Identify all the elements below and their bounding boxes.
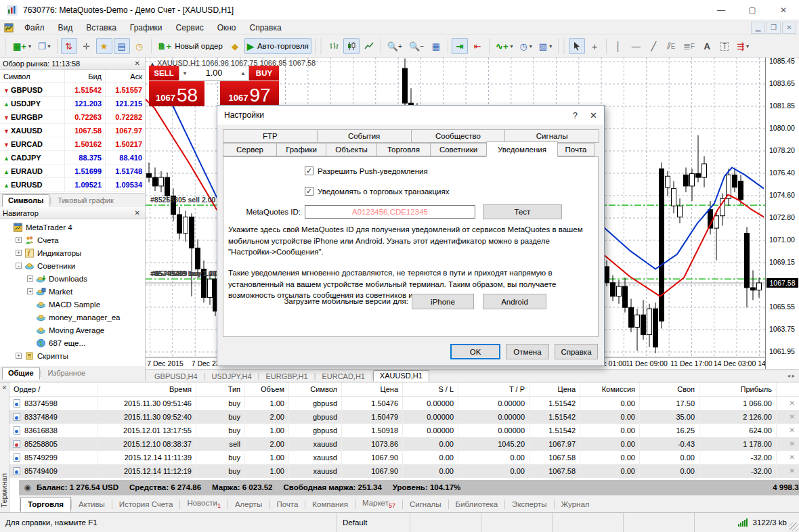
terminal-tab-Алерты[interactable]: Алерты [228, 497, 269, 511]
profiles-button[interactable]: ❐▾ [35, 38, 53, 54]
chart-shift-button[interactable]: ⇤ [469, 38, 485, 54]
menu-Графики[interactable]: Графики [123, 20, 169, 35]
close-order-icon[interactable]: ✕ [776, 410, 799, 424]
trade-transactions-checkbox[interactable]: ✓ Уведомлять о торговых транзакциях [305, 187, 449, 196]
tree-item-MetaTrader 4[interactable]: MetaTrader 4 [0, 221, 145, 234]
close-order-icon[interactable]: ✕ [776, 424, 799, 437]
market-watch-toggle-button[interactable]: ⇅ [61, 38, 77, 54]
autotrading-button[interactable]: ▶Авто-торговля [244, 38, 311, 54]
arrows-tool-button[interactable]: ⇶▾ [734, 38, 752, 54]
line-chart-type-button[interactable] [361, 38, 377, 54]
market-watch-tab-1[interactable]: Тиковый график [51, 194, 120, 207]
terminal-tab-Активы[interactable]: Активы [72, 497, 112, 511]
menu-Справка[interactable]: Справка [243, 20, 288, 35]
hline-tool-button[interactable]: — [628, 38, 644, 54]
order-row[interactable]: 833745982015.11.30 09:51:46buy1.00gbpusd… [9, 397, 799, 410]
channel-tool-button[interactable]: ⫽E [663, 38, 679, 54]
profile-selector[interactable]: Default [337, 513, 410, 532]
terminal-tab-Новости[interactable]: Новости1 [180, 496, 228, 512]
price-axis[interactable]: 1085.451083.651081.851080.001078.201076.… [765, 58, 799, 369]
market-watch-close-icon[interactable]: ✕ [133, 60, 142, 67]
chart-tab-EURGBP,H1[interactable]: EURGBP,H1 [259, 372, 314, 382]
volume-value[interactable]: 1.00 [190, 68, 238, 78]
terminal-tab-Журнал[interactable]: Журнал [555, 497, 597, 511]
chart-tab-XAUUSD,H1[interactable]: XAUUSD,H1 [373, 370, 429, 382]
push-notifications-checkbox[interactable]: ✓ Разрешить Push-уведомления [305, 167, 428, 175]
help-button[interactable]: Справка [555, 344, 598, 359]
buy-price[interactable]: 106797 [220, 81, 279, 106]
dialog-tab-FTP[interactable]: FTP [223, 129, 318, 143]
checkbox-checked-icon[interactable]: ✓ [305, 167, 314, 175]
dialog-tab-Графики[interactable]: Графики [276, 143, 326, 156]
navigator-tab-1[interactable]: Избранное [41, 367, 91, 380]
minimize-button[interactable]: — [706, 0, 737, 20]
market-watch-row[interactable]: ▲EURUSD 1.09521 1.09534 [0, 178, 145, 192]
dialog-tab-Сигналы[interactable]: Сигналы [504, 129, 599, 143]
indicators-button[interactable]: ∿+▾ [493, 38, 516, 54]
zoom-out-button[interactable]: 🔍− [406, 38, 427, 54]
market-watch-tab-0[interactable]: Символы [2, 194, 49, 207]
menu-Файл[interactable]: Файл [18, 20, 51, 35]
tile-windows-button[interactable]: ▦ [428, 38, 444, 54]
terminal-tab-Библиотека[interactable]: Библиотека [449, 497, 505, 511]
order-row[interactable]: 852588052015.12.10 08:38:37sell2.00xauus… [9, 437, 799, 451]
close-button[interactable]: ✕ [768, 0, 799, 20]
dialog-tab-Почта[interactable]: Почта [557, 143, 595, 156]
cursor-tool-button[interactable] [569, 38, 585, 54]
terminal-tab-Сигналы[interactable]: Сигналы [403, 497, 448, 511]
bar-chart-type-button[interactable] [326, 38, 342, 54]
menu-Вид[interactable]: Вид [51, 20, 80, 35]
toolbar-grip-3[interactable] [563, 39, 566, 53]
tree-toggle-icon[interactable]: + [16, 250, 22, 256]
text-tool-button[interactable]: A [699, 38, 715, 54]
fibonacci-tool-button[interactable]: ≣F [681, 38, 697, 54]
close-order-icon[interactable]: ✕ [776, 397, 799, 410]
new-chart-button[interactable]: ▦+▾ [10, 38, 34, 54]
market-watch-row[interactable]: ▲CADJPY 88.375 88.410 [0, 151, 145, 164]
tree-toggle-icon[interactable]: + [27, 275, 33, 282]
terminal-close-icon[interactable]: ✕ [0, 384, 9, 391]
metaquotes-id-field[interactable]: A0123456,CDE12345 [305, 205, 475, 219]
menu-Вставка[interactable]: Вставка [79, 20, 123, 35]
buy-button[interactable]: BUY [249, 66, 279, 81]
text-label-tool-button[interactable]: T [716, 38, 733, 54]
maximize-button[interactable]: ▢ [737, 0, 768, 20]
market-watch-row[interactable]: ▼GBPUSD 1.51542 1.51557 [0, 83, 145, 97]
menu-Сервис[interactable]: Сервис [169, 20, 211, 35]
ok-button[interactable]: OK [450, 344, 500, 359]
terminal-tab-Компания[interactable]: Компания [305, 497, 355, 511]
toolbar-grip-2[interactable] [320, 39, 323, 53]
dialog-close-icon[interactable]: ✕ [590, 110, 597, 120]
crosshair-tool-button[interactable]: + [586, 38, 603, 54]
tree-item-Индикаторы[interactable]: +fИндикаторы [0, 246, 145, 259]
terminal-tab-Почта[interactable]: Почта [269, 497, 305, 511]
periods-button[interactable]: ◷▾ [517, 38, 535, 54]
tree-item-Счета[interactable]: +Счета [0, 234, 145, 246]
sell-button[interactable]: SELL [149, 66, 179, 81]
tree-item-Советники[interactable]: -Советники [0, 259, 145, 272]
tab-scroll-icons[interactable]: ◂ ▸ [787, 372, 795, 379]
navigator-tab-0[interactable]: Общие [2, 367, 40, 380]
trendline-tool-button[interactable]: ╱ [645, 38, 662, 54]
iphone-button[interactable]: iPhone [412, 294, 474, 309]
close-order-icon[interactable]: ✕ [776, 437, 799, 451]
sell-price[interactable]: 106758 [149, 81, 204, 106]
menu-Окно[interactable]: Окно [211, 20, 243, 35]
android-button[interactable]: Android [483, 294, 546, 309]
dialog-tab-Уведомления[interactable]: Уведомления [486, 141, 558, 157]
tree-toggle-icon[interactable]: + [27, 288, 33, 294]
test-button[interactable]: Тест [483, 204, 562, 219]
tree-toggle-icon[interactable]: - [16, 263, 22, 269]
new-order-button[interactable]: 🗎+Новый ордер [155, 38, 225, 54]
terminal-toggle-button[interactable]: ▤ [114, 38, 130, 54]
market-watch-row[interactable]: ▲USDJPY 121.203 121.215 [0, 97, 145, 110]
mdi-restore-button[interactable]: ❐ [766, 22, 781, 34]
cancel-button[interactable]: Отмена [506, 344, 549, 359]
order-row[interactable]: 836168382015.12.01 13:17:55buy1.00gbpusd… [9, 424, 799, 437]
navigator-toggle-button[interactable]: ★ [96, 38, 112, 54]
dialog-tab-События[interactable]: События [317, 129, 412, 143]
tree-item-money_manager_ea[interactable]: money_manager_ea [0, 311, 145, 324]
candle-chart-type-button[interactable] [343, 38, 360, 54]
strategy-tester-button[interactable]: ◷ [131, 38, 148, 54]
tree-toggle-icon[interactable]: + [16, 237, 22, 243]
